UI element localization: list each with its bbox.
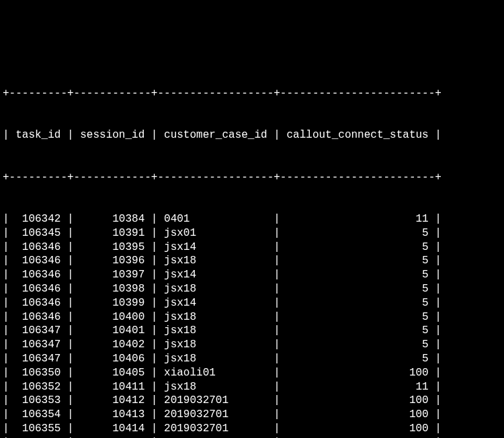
table-row: | 106346 | 10397 | jsx14 | 5 | (3, 268, 501, 282)
table-row: | 106347 | 10402 | jsx18 | 5 | (3, 338, 501, 352)
table-row: | 106355 | 10414 | 2019032701 | 100 | (3, 422, 501, 436)
border-top: +---------+------------+----------------… (3, 87, 501, 101)
table-row: | 106346 | 10398 | jsx18 | 5 | (3, 282, 501, 296)
table-row: | 106346 | 10400 | jsx18 | 5 | (3, 310, 501, 324)
table-row: | 106346 | 10399 | jsx14 | 5 | (3, 296, 501, 310)
header-row: | task_id | session_id | customer_case_i… (3, 128, 501, 142)
table-row: | 106346 | 10395 | jsx14 | 5 | (3, 240, 501, 255)
table-row: | 106346 | 10396 | jsx18 | 5 | (3, 254, 501, 268)
table-row: | 106352 | 10411 | jsx18 | 11 | (3, 380, 501, 394)
border-header: +---------+------------+----------------… (3, 171, 501, 185)
table-row: | 106350 | 10405 | xiaoli01 | 100 | (3, 366, 501, 380)
table-row: | 106354 | 10413 | 2019032701 | 100 | (3, 408, 501, 422)
sql-result-table: +---------+------------+----------------… (3, 58, 501, 438)
table-row: | 106342 | 10384 | 0401 | 11 | (3, 212, 501, 226)
table-row: | 106347 | 10406 | jsx18 | 5 | (3, 352, 501, 366)
table-row: | 106345 | 10391 | jsx01 | 5 | (3, 226, 501, 240)
table-row: | 106353 | 10412 | 2019032701 | 100 | (3, 394, 501, 408)
table-row: | 106347 | 10401 | jsx18 | 5 | (3, 324, 501, 338)
rows-container: | 106342 | 10384 | 0401 | 11 || 106345 |… (3, 212, 501, 438)
